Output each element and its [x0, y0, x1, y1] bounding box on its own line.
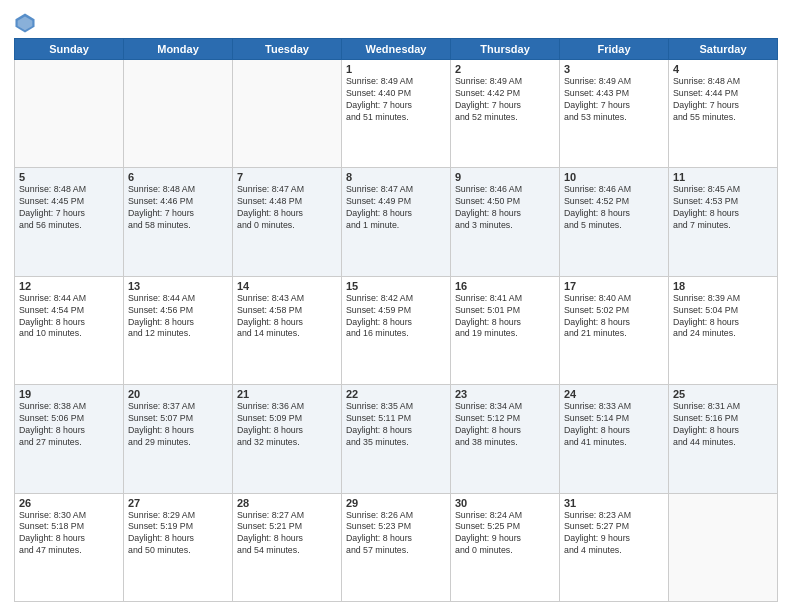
- day-info: Sunrise: 8:26 AM Sunset: 5:23 PM Dayligh…: [346, 510, 446, 558]
- calendar-cell: 22Sunrise: 8:35 AM Sunset: 5:11 PM Dayli…: [342, 385, 451, 493]
- day-info: Sunrise: 8:27 AM Sunset: 5:21 PM Dayligh…: [237, 510, 337, 558]
- calendar-cell: 4Sunrise: 8:48 AM Sunset: 4:44 PM Daylig…: [669, 60, 778, 168]
- day-number: 2: [455, 63, 555, 75]
- day-number: 10: [564, 171, 664, 183]
- day-info: Sunrise: 8:34 AM Sunset: 5:12 PM Dayligh…: [455, 401, 555, 449]
- day-number: 11: [673, 171, 773, 183]
- day-info: Sunrise: 8:44 AM Sunset: 4:56 PM Dayligh…: [128, 293, 228, 341]
- day-number: 8: [346, 171, 446, 183]
- day-number: 17: [564, 280, 664, 292]
- day-info: Sunrise: 8:36 AM Sunset: 5:09 PM Dayligh…: [237, 401, 337, 449]
- day-info: Sunrise: 8:38 AM Sunset: 5:06 PM Dayligh…: [19, 401, 119, 449]
- calendar-cell: 5Sunrise: 8:48 AM Sunset: 4:45 PM Daylig…: [15, 168, 124, 276]
- day-header-tuesday: Tuesday: [233, 39, 342, 60]
- calendar-cell: 7Sunrise: 8:47 AM Sunset: 4:48 PM Daylig…: [233, 168, 342, 276]
- day-number: 23: [455, 388, 555, 400]
- day-info: Sunrise: 8:47 AM Sunset: 4:48 PM Dayligh…: [237, 184, 337, 232]
- calendar-cell: [233, 60, 342, 168]
- calendar-cell: 8Sunrise: 8:47 AM Sunset: 4:49 PM Daylig…: [342, 168, 451, 276]
- calendar-cell: 23Sunrise: 8:34 AM Sunset: 5:12 PM Dayli…: [451, 385, 560, 493]
- day-info: Sunrise: 8:49 AM Sunset: 4:42 PM Dayligh…: [455, 76, 555, 124]
- day-number: 22: [346, 388, 446, 400]
- calendar-cell: 12Sunrise: 8:44 AM Sunset: 4:54 PM Dayli…: [15, 276, 124, 384]
- day-info: Sunrise: 8:31 AM Sunset: 5:16 PM Dayligh…: [673, 401, 773, 449]
- logo: [14, 12, 40, 34]
- day-info: Sunrise: 8:49 AM Sunset: 4:40 PM Dayligh…: [346, 76, 446, 124]
- day-header-saturday: Saturday: [669, 39, 778, 60]
- calendar-cell: 27Sunrise: 8:29 AM Sunset: 5:19 PM Dayli…: [124, 493, 233, 601]
- day-number: 7: [237, 171, 337, 183]
- calendar-cell: 21Sunrise: 8:36 AM Sunset: 5:09 PM Dayli…: [233, 385, 342, 493]
- day-number: 24: [564, 388, 664, 400]
- calendar-cell: 20Sunrise: 8:37 AM Sunset: 5:07 PM Dayli…: [124, 385, 233, 493]
- calendar-table: SundayMondayTuesdayWednesdayThursdayFrid…: [14, 38, 778, 602]
- day-info: Sunrise: 8:40 AM Sunset: 5:02 PM Dayligh…: [564, 293, 664, 341]
- day-number: 31: [564, 497, 664, 509]
- day-header-monday: Monday: [124, 39, 233, 60]
- calendar-cell: 16Sunrise: 8:41 AM Sunset: 5:01 PM Dayli…: [451, 276, 560, 384]
- day-number: 29: [346, 497, 446, 509]
- calendar-cell: 19Sunrise: 8:38 AM Sunset: 5:06 PM Dayli…: [15, 385, 124, 493]
- day-number: 12: [19, 280, 119, 292]
- calendar-cell: 26Sunrise: 8:30 AM Sunset: 5:18 PM Dayli…: [15, 493, 124, 601]
- calendar-cell: 18Sunrise: 8:39 AM Sunset: 5:04 PM Dayli…: [669, 276, 778, 384]
- day-header-thursday: Thursday: [451, 39, 560, 60]
- day-number: 21: [237, 388, 337, 400]
- header: [14, 12, 778, 34]
- day-info: Sunrise: 8:48 AM Sunset: 4:45 PM Dayligh…: [19, 184, 119, 232]
- day-info: Sunrise: 8:47 AM Sunset: 4:49 PM Dayligh…: [346, 184, 446, 232]
- calendar-cell: 2Sunrise: 8:49 AM Sunset: 4:42 PM Daylig…: [451, 60, 560, 168]
- day-header-sunday: Sunday: [15, 39, 124, 60]
- logo-icon: [14, 12, 36, 34]
- day-number: 1: [346, 63, 446, 75]
- day-info: Sunrise: 8:49 AM Sunset: 4:43 PM Dayligh…: [564, 76, 664, 124]
- day-number: 13: [128, 280, 228, 292]
- day-info: Sunrise: 8:33 AM Sunset: 5:14 PM Dayligh…: [564, 401, 664, 449]
- day-number: 20: [128, 388, 228, 400]
- day-info: Sunrise: 8:29 AM Sunset: 5:19 PM Dayligh…: [128, 510, 228, 558]
- day-info: Sunrise: 8:46 AM Sunset: 4:52 PM Dayligh…: [564, 184, 664, 232]
- calendar-cell: 25Sunrise: 8:31 AM Sunset: 5:16 PM Dayli…: [669, 385, 778, 493]
- calendar-week-row: 12Sunrise: 8:44 AM Sunset: 4:54 PM Dayli…: [15, 276, 778, 384]
- calendar-cell: [124, 60, 233, 168]
- day-header-wednesday: Wednesday: [342, 39, 451, 60]
- page: SundayMondayTuesdayWednesdayThursdayFrid…: [0, 0, 792, 612]
- day-info: Sunrise: 8:42 AM Sunset: 4:59 PM Dayligh…: [346, 293, 446, 341]
- calendar-week-row: 26Sunrise: 8:30 AM Sunset: 5:18 PM Dayli…: [15, 493, 778, 601]
- day-info: Sunrise: 8:37 AM Sunset: 5:07 PM Dayligh…: [128, 401, 228, 449]
- day-number: 3: [564, 63, 664, 75]
- day-number: 16: [455, 280, 555, 292]
- calendar-week-row: 5Sunrise: 8:48 AM Sunset: 4:45 PM Daylig…: [15, 168, 778, 276]
- day-info: Sunrise: 8:45 AM Sunset: 4:53 PM Dayligh…: [673, 184, 773, 232]
- day-info: Sunrise: 8:48 AM Sunset: 4:46 PM Dayligh…: [128, 184, 228, 232]
- calendar-week-row: 19Sunrise: 8:38 AM Sunset: 5:06 PM Dayli…: [15, 385, 778, 493]
- day-number: 14: [237, 280, 337, 292]
- calendar-cell: 6Sunrise: 8:48 AM Sunset: 4:46 PM Daylig…: [124, 168, 233, 276]
- day-number: 18: [673, 280, 773, 292]
- calendar-week-row: 1Sunrise: 8:49 AM Sunset: 4:40 PM Daylig…: [15, 60, 778, 168]
- day-number: 4: [673, 63, 773, 75]
- day-info: Sunrise: 8:44 AM Sunset: 4:54 PM Dayligh…: [19, 293, 119, 341]
- calendar-cell: 30Sunrise: 8:24 AM Sunset: 5:25 PM Dayli…: [451, 493, 560, 601]
- day-info: Sunrise: 8:35 AM Sunset: 5:11 PM Dayligh…: [346, 401, 446, 449]
- calendar-cell: 11Sunrise: 8:45 AM Sunset: 4:53 PM Dayli…: [669, 168, 778, 276]
- day-number: 6: [128, 171, 228, 183]
- day-header-friday: Friday: [560, 39, 669, 60]
- calendar-cell: 29Sunrise: 8:26 AM Sunset: 5:23 PM Dayli…: [342, 493, 451, 601]
- calendar-cell: 9Sunrise: 8:46 AM Sunset: 4:50 PM Daylig…: [451, 168, 560, 276]
- day-number: 19: [19, 388, 119, 400]
- day-info: Sunrise: 8:46 AM Sunset: 4:50 PM Dayligh…: [455, 184, 555, 232]
- calendar-cell: 15Sunrise: 8:42 AM Sunset: 4:59 PM Dayli…: [342, 276, 451, 384]
- day-info: Sunrise: 8:39 AM Sunset: 5:04 PM Dayligh…: [673, 293, 773, 341]
- calendar-cell: [15, 60, 124, 168]
- day-number: 30: [455, 497, 555, 509]
- calendar-cell: [669, 493, 778, 601]
- day-info: Sunrise: 8:43 AM Sunset: 4:58 PM Dayligh…: [237, 293, 337, 341]
- day-number: 28: [237, 497, 337, 509]
- calendar-cell: 17Sunrise: 8:40 AM Sunset: 5:02 PM Dayli…: [560, 276, 669, 384]
- day-info: Sunrise: 8:48 AM Sunset: 4:44 PM Dayligh…: [673, 76, 773, 124]
- day-info: Sunrise: 8:23 AM Sunset: 5:27 PM Dayligh…: [564, 510, 664, 558]
- calendar-cell: 10Sunrise: 8:46 AM Sunset: 4:52 PM Dayli…: [560, 168, 669, 276]
- day-number: 25: [673, 388, 773, 400]
- day-info: Sunrise: 8:30 AM Sunset: 5:18 PM Dayligh…: [19, 510, 119, 558]
